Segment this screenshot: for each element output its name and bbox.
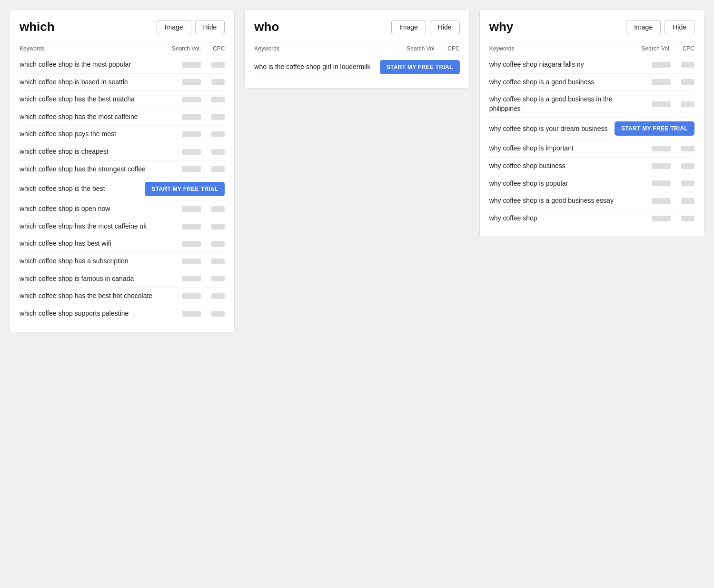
table-row: which coffee shop has the most caffeine bbox=[20, 109, 225, 126]
table-row: which coffee shop has the best hot choco… bbox=[20, 288, 225, 305]
cpc-placeholder bbox=[671, 101, 694, 107]
search-vol-placeholder bbox=[168, 114, 201, 120]
table-row: why coffee shop is a good business essay bbox=[489, 192, 694, 210]
cpc-placeholder bbox=[671, 62, 694, 68]
keyword-text: which coffee shop has the strongest coff… bbox=[20, 165, 168, 174]
search-vol-placeholder bbox=[637, 163, 671, 169]
table-row: which coffee shop has a subscription bbox=[20, 253, 225, 270]
who-hide-button[interactable]: Hide bbox=[430, 20, 460, 34]
keyword-text: which coffee shop pays the most bbox=[20, 130, 168, 139]
keyword-text: which coffee shop is based in seattle bbox=[20, 78, 168, 87]
keyword-text: which coffee shop has the best matcha bbox=[20, 95, 168, 104]
keyword-text: which coffee shop is the most popular bbox=[20, 60, 168, 70]
which-hide-button[interactable]: Hide bbox=[195, 20, 225, 34]
cpc-placeholder bbox=[671, 180, 694, 186]
keyword-text: why coffee shop niagara falls ny bbox=[489, 60, 637, 70]
table-row: which coffee shop supports palestine bbox=[20, 305, 225, 323]
col-header-search-vol: Search Vol. bbox=[637, 45, 671, 52]
table-row: which coffee shop has the strongest coff… bbox=[20, 161, 225, 179]
col-header-keywords: Keywords bbox=[20, 45, 168, 52]
search-vol-placeholder bbox=[168, 79, 201, 85]
which-header: whichImageHide bbox=[20, 20, 225, 34]
keyword-text: which coffee shop is open now bbox=[20, 204, 168, 214]
who-table-header: KeywordsSearch Vol.CPC bbox=[254, 42, 459, 55]
table-row: why coffee shop is important bbox=[489, 140, 694, 158]
search-vol-placeholder bbox=[168, 97, 201, 102]
cpc-placeholder bbox=[201, 149, 225, 155]
cpc-placeholder bbox=[201, 241, 225, 247]
which-title: which bbox=[20, 20, 55, 34]
cpc-placeholder bbox=[201, 97, 225, 102]
search-vol-placeholder bbox=[637, 146, 671, 151]
keyword-text: why coffee shop business bbox=[489, 161, 637, 171]
why-trial-button[interactable]: START MY FREE TRIAL bbox=[615, 121, 694, 136]
col-header-keywords: Keywords bbox=[489, 45, 637, 52]
cpc-placeholder bbox=[201, 206, 225, 212]
cpc-placeholder bbox=[201, 259, 225, 264]
search-vol-placeholder bbox=[168, 293, 201, 299]
keyword-text: which coffee shop has best wifi bbox=[20, 239, 168, 249]
search-vol-placeholder bbox=[637, 216, 671, 221]
table-row: why coffee shop is a good business bbox=[489, 74, 694, 91]
cpc-placeholder bbox=[671, 79, 694, 85]
keyword-text: which coffee shop has the most caffeine bbox=[20, 112, 168, 122]
who-image-button[interactable]: Image bbox=[391, 20, 426, 34]
why-hide-button[interactable]: Hide bbox=[664, 20, 694, 34]
why-table-header: KeywordsSearch Vol.CPC bbox=[489, 42, 694, 55]
table-row: which coffee shop has the most caffeine … bbox=[20, 218, 225, 236]
search-vol-placeholder bbox=[168, 311, 201, 317]
table-row: which coffee shop is cheapest bbox=[20, 143, 225, 161]
search-vol-placeholder bbox=[637, 101, 671, 107]
col-header-search-vol: Search Vol. bbox=[403, 45, 436, 52]
which-image-button[interactable]: Image bbox=[157, 20, 191, 34]
table-row: which coffee shop has best wifi bbox=[20, 235, 225, 253]
which-header-buttons: ImageHide bbox=[157, 20, 225, 34]
which-trial-button[interactable]: START MY FREE TRIAL bbox=[145, 182, 225, 196]
search-vol-placeholder bbox=[168, 241, 201, 247]
why-title: why bbox=[489, 20, 514, 34]
table-row: which coffee shop is famous in canada bbox=[20, 270, 225, 288]
search-vol-placeholder bbox=[637, 62, 671, 68]
cpc-placeholder bbox=[201, 131, 225, 137]
col-header-cpc: CPC bbox=[201, 45, 225, 52]
keyword-text: why coffee shop is important bbox=[489, 144, 637, 153]
table-row: why coffee shop is a good business in th… bbox=[489, 91, 694, 118]
search-vol-placeholder bbox=[168, 206, 201, 212]
cpc-placeholder bbox=[201, 276, 225, 281]
search-vol-placeholder bbox=[168, 224, 201, 229]
who-header: whoImageHide bbox=[254, 20, 459, 34]
why-image-button[interactable]: Image bbox=[626, 20, 661, 34]
col-header-cpc: CPC bbox=[671, 45, 694, 52]
col-header-keywords: Keywords bbox=[254, 45, 402, 52]
search-vol-placeholder bbox=[168, 166, 201, 172]
table-row: why coffee shop is your dream businessST… bbox=[489, 118, 694, 140]
col-header-search-vol: Search Vol. bbox=[168, 45, 201, 52]
why-header: whyImageHide bbox=[489, 20, 694, 34]
keyword-text: who is the coffee shop girl in loudermil… bbox=[254, 62, 379, 72]
col-header-cpc: CPC bbox=[436, 45, 460, 52]
who-header-buttons: ImageHide bbox=[391, 20, 460, 34]
table-row: why coffee shop business bbox=[489, 158, 694, 175]
table-row: which coffee shop is open now bbox=[20, 200, 225, 218]
cpc-placeholder bbox=[201, 62, 225, 68]
keyword-text: which coffee shop is the best bbox=[20, 184, 145, 194]
search-vol-placeholder bbox=[637, 198, 671, 204]
keyword-text: which coffee shop supports palestine bbox=[20, 309, 168, 319]
cpc-placeholder bbox=[671, 216, 694, 221]
which-table-header: KeywordsSearch Vol.CPC bbox=[20, 42, 225, 55]
why-header-buttons: ImageHide bbox=[626, 20, 694, 34]
card-who: whoImageHideKeywordsSearch Vol.CPCwho is… bbox=[244, 10, 469, 89]
keyword-text: why coffee shop is a good business essay bbox=[489, 196, 637, 206]
keyword-text: why coffee shop bbox=[489, 214, 637, 223]
table-row: who is the coffee shop girl in loudermil… bbox=[254, 56, 459, 79]
cpc-placeholder bbox=[201, 114, 225, 120]
keyword-text: why coffee shop is your dream business bbox=[489, 124, 615, 134]
keyword-text: why coffee shop is a good business in th… bbox=[489, 95, 637, 113]
who-trial-button[interactable]: START MY FREE TRIAL bbox=[380, 60, 460, 74]
who-title: who bbox=[254, 20, 279, 34]
card-why: whyImageHideKeywordsSearch Vol.CPCwhy co… bbox=[479, 10, 704, 237]
search-vol-placeholder bbox=[168, 276, 201, 281]
search-vol-placeholder bbox=[168, 149, 201, 155]
cpc-placeholder bbox=[201, 166, 225, 172]
cpc-placeholder bbox=[201, 79, 225, 85]
